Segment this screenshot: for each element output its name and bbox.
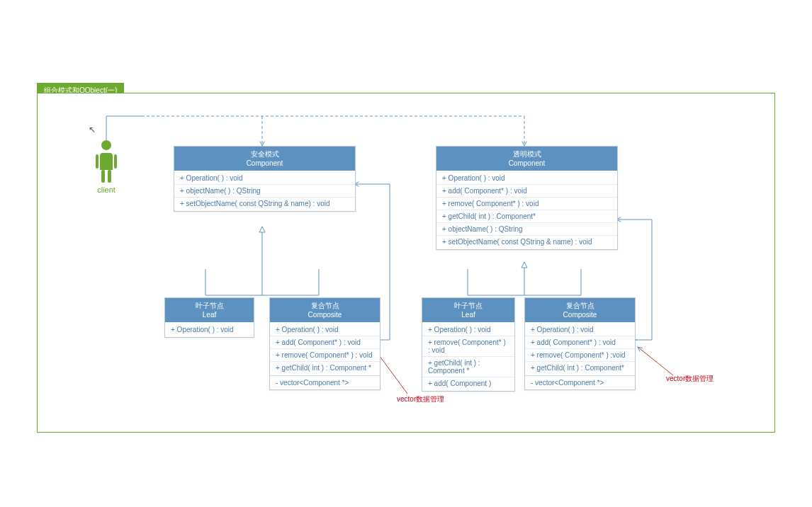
operation-row: + setObjectName( const QString & name) :… xyxy=(174,197,355,210)
operation-row: + add( Component* ) : void xyxy=(436,184,617,197)
vector-field: - vector<Component *> xyxy=(270,375,380,389)
class-composite-left: 复合节点 Composite + Operation( ) : void + a… xyxy=(269,297,380,390)
note-right: vector数据管理 xyxy=(666,374,714,384)
operation-row: + Operation( ) : void xyxy=(165,324,254,336)
class-leaf-left: 叶子节点 Leaf + Operation( ) : void xyxy=(164,297,254,338)
client-label: client xyxy=(95,186,118,194)
class-subtitle: Leaf xyxy=(167,310,252,319)
vector-field: - vector<Component *> xyxy=(525,375,635,389)
operation-row: + objectName( ) : QString xyxy=(174,184,355,197)
operation-row: + remove( Component* ) : void xyxy=(436,197,617,210)
operation-row: + getChild( int ) : Component* xyxy=(436,210,617,222)
operation-row: + remove( Component* ) :void xyxy=(525,348,635,361)
operation-row: + Operation( ) : void xyxy=(270,324,380,336)
cursor-icon: ↖ xyxy=(89,125,96,135)
class-subtitle: Component xyxy=(176,159,354,168)
operation-row: + getChild( int ) : Component * xyxy=(422,356,514,377)
class-subtitle: Composite xyxy=(526,310,633,319)
class-composite-right: 复合节点 Composite + Operation( ) : void + a… xyxy=(524,297,636,390)
operation-row: + getChild( int ) : Component * xyxy=(270,361,380,374)
operation-row: + Operation( ) : void xyxy=(422,324,514,336)
class-subtitle: Leaf xyxy=(424,310,513,319)
class-title: 复合节点 xyxy=(566,302,594,309)
note-left: vector数据管理 xyxy=(397,394,444,404)
class-safe-component: 安全模式 Component + Operation( ) : void + o… xyxy=(174,146,356,212)
class-subtitle: Composite xyxy=(271,310,378,319)
diagram-frame xyxy=(37,93,775,433)
operation-row: + getChild( int ) : Component* xyxy=(525,361,635,374)
class-leaf-right: 叶子节点 Leaf + Operation( ) : void + remove… xyxy=(422,297,515,392)
class-title: 安全模式 xyxy=(251,150,279,158)
operation-row: + remove( Component* ) : void xyxy=(422,336,514,356)
operation-row: + remove( Component* ) : void xyxy=(270,348,380,361)
operation-row: + Operation( ) : void xyxy=(174,172,355,184)
operation-row: + objectName( ) : QString xyxy=(436,222,617,235)
class-title: 叶子节点 xyxy=(196,302,224,309)
operation-row: + add( Component* ) : void xyxy=(270,336,380,348)
operation-row: + Operation( ) : void xyxy=(525,324,635,336)
class-subtitle: Component xyxy=(438,159,616,168)
class-title: 透明模式 xyxy=(513,150,541,158)
operation-row: + add( Component* ) : void xyxy=(525,336,635,348)
client-actor: client xyxy=(95,140,118,194)
operation-row: + add( Component ) xyxy=(422,377,514,389)
operation-row: + Operation( ) : void xyxy=(436,172,617,184)
class-title: 复合节点 xyxy=(311,302,339,309)
class-title: 叶子节点 xyxy=(454,302,483,309)
operation-row: + setObjectName( const QString & name) :… xyxy=(436,235,617,248)
class-transparent-component: 透明模式 Component + Operation( ) : void + a… xyxy=(436,146,618,250)
